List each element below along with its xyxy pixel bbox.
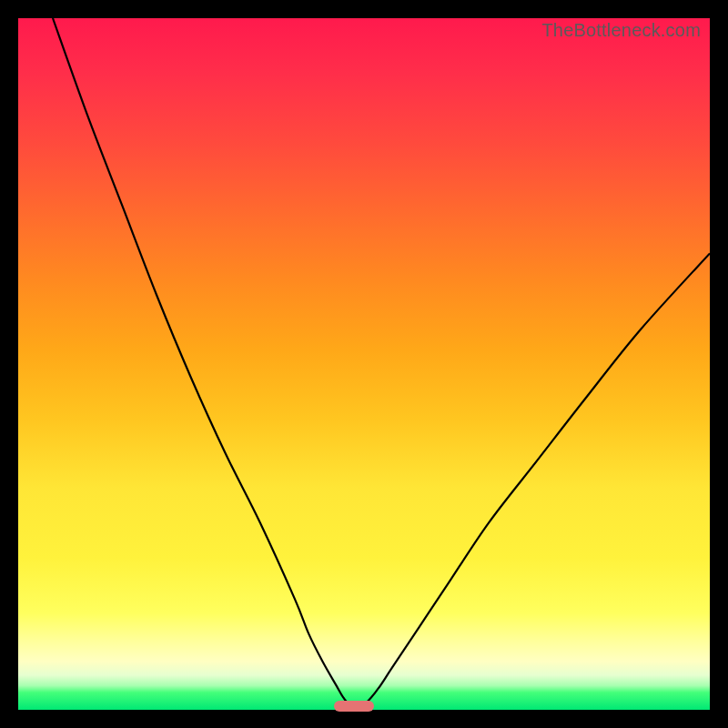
chart-frame: TheBottleneck.com [0,0,728,728]
curve-svg [18,18,710,710]
curve-path [53,18,710,705]
minimum-marker [334,701,374,712]
plot-area: TheBottleneck.com [18,18,710,710]
